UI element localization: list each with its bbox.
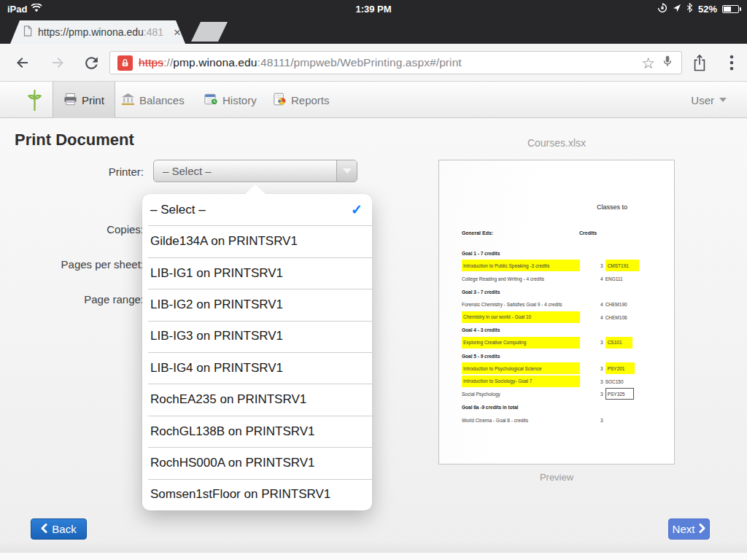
preview-row: Social Psychology3PSY325: [439, 388, 674, 401]
tab-close-icon[interactable]: ×: [174, 26, 181, 39]
printer-option-list: – Select –✓Gilde134A on PRINTSRV1LIB-IG1…: [142, 194, 372, 510]
menu-dots-icon[interactable]: [722, 53, 741, 72]
battery-percent: 52%: [698, 4, 717, 15]
new-tab-button[interactable]: [191, 22, 228, 42]
printer-option[interactable]: Gilde134A on PRINTSRV1: [142, 225, 372, 257]
clock: 1:39 PM: [0, 0, 747, 18]
doc-rows: Goal 1 - 7 creditsIntroduction to Public…: [439, 246, 674, 426]
printer-select-value: – Select –: [154, 165, 336, 177]
insecure-lock-icon[interactable]: [117, 55, 133, 71]
preview-row: Exploring Creative Computing3CS101: [439, 336, 674, 349]
report-chart-icon: [273, 93, 287, 108]
footer-band-bottom: [0, 553, 747, 560]
back-button-label: Back: [52, 523, 76, 535]
address-bar[interactable]: https://pmp.winona.edu:48111/pmpweb/WebP…: [109, 51, 682, 74]
copies-label: Copies:: [0, 223, 144, 236]
preview-caption: Preview: [438, 472, 675, 483]
share-icon[interactable]: [690, 53, 709, 72]
tab-history[interactable]: History: [204, 82, 257, 118]
rotation-lock-icon: [657, 3, 667, 15]
page-icon: [23, 26, 32, 39]
check-icon: ✓: [351, 201, 363, 218]
back-nav-icon[interactable]: [13, 53, 32, 72]
tab-reports-label: Reports: [291, 94, 330, 106]
document-preview: Classes to General Eds: Credits Goal 1 -…: [438, 160, 675, 464]
printer-option[interactable]: LIB-IG1 on PRINTSRV1: [142, 257, 372, 289]
tab-print[interactable]: Print: [53, 82, 115, 118]
doc-col-header-left: General Eds:: [462, 230, 493, 236]
printer-option[interactable]: LIB-IG3 on PRINTSRV1: [142, 321, 372, 352]
tab-title: https://pmp.winona.edu:481: [38, 26, 163, 38]
printer-option[interactable]: LIB-IG4 on PRINTSRV1: [142, 352, 372, 384]
print-icon: [63, 93, 77, 108]
printer-option[interactable]: RochGL138B on PRINTSRV1: [142, 416, 372, 447]
preview-row: Goal 1 - 7 credits: [439, 246, 674, 260]
user-menu-label: User: [691, 94, 714, 106]
preview-row: Introduction to Psychological Science3PS…: [439, 362, 674, 375]
tab-print-label: Print: [82, 94, 104, 106]
preview-filename: Courses.xlsx: [438, 137, 675, 149]
printer-option-label: – Select –: [150, 203, 206, 217]
preview-row: Goal 3 - 7 credits: [439, 285, 674, 298]
user-menu[interactable]: User: [691, 82, 727, 118]
browser-toolbar: https://pmp.winona.edu:48111/pmpweb/WebP…: [0, 44, 747, 82]
chevron-down-icon: [343, 168, 352, 174]
status-bar: iPad 1:39 PM 52%: [0, 0, 747, 18]
printer-option[interactable]: RochEA235 on PRINTSRV1: [142, 384, 372, 415]
printer-option[interactable]: Somsen1stFloor on PRINTSRV1: [142, 479, 372, 510]
back-button[interactable]: Back: [31, 518, 87, 540]
printer-option-label: RochEA235 on PRINTSRV1: [150, 392, 306, 407]
chevron-down-icon: [719, 98, 727, 102]
next-button-label: Next: [673, 523, 695, 535]
preview-row: Goal 6a -9 credits in total: [439, 400, 674, 413]
footer-band: [0, 540, 747, 553]
printer-option-label: LIB-IG3 on PRINTSRV1: [150, 329, 283, 343]
app-nav-bar: Print Balances History Reports User: [0, 82, 747, 118]
browser-tab[interactable]: https://pmp.winona.edu:481 ×: [10, 20, 185, 44]
page-range-label: Page range:: [0, 293, 144, 306]
printer-select[interactable]: – Select –: [153, 160, 357, 182]
preview-row: World Cinema - Goal 8 - credits3: [439, 413, 674, 427]
pages-per-sheet-label: Pages per sheet:: [0, 258, 144, 271]
next-button[interactable]: Next: [668, 518, 710, 540]
calendar-icon: [204, 93, 218, 108]
preview-row: Goal 5 - 9 credits: [439, 349, 674, 362]
printer-option-label: LIB-IG2 on PRINTSRV1: [150, 298, 283, 312]
chevron-left-icon: [41, 523, 47, 535]
printer-option-label: RochHS000A on PRINTSRV1: [150, 456, 315, 470]
preview-row: Introduction to Public Speaking -3 credi…: [439, 260, 674, 273]
printer-option-label: LIB-IG1 on PRINTSRV1: [150, 266, 283, 281]
tab-reports[interactable]: Reports: [273, 82, 330, 118]
ipad-screen: iPad 1:39 PM 52% https://pmp.winona.edu:…: [0, 0, 747, 560]
printer-option[interactable]: LIB-IG2 on PRINTSRV1: [142, 289, 372, 320]
preview-row: College Reading and Writing - 4 credits4…: [439, 272, 674, 285]
printer-label: Printer:: [0, 166, 144, 178]
browser-tab-strip: https://pmp.winona.edu:481 ×: [0, 18, 747, 44]
page-title: Print Document: [15, 131, 134, 149]
printer-option-label: LIB-IG4 on PRINTSRV1: [150, 361, 283, 376]
select-arrow-button[interactable]: [336, 160, 357, 182]
chevron-right-icon: [699, 523, 705, 535]
reload-icon[interactable]: [82, 53, 101, 72]
papercut-logo-icon[interactable]: [25, 89, 44, 114]
printer-option[interactable]: RochHS000A on PRINTSRV1: [142, 447, 372, 478]
preview-row: Introduction to Sociology- Goal 73SOC150: [439, 375, 674, 388]
voice-search-icon[interactable]: [661, 54, 674, 71]
printer-option-label: Somsen1stFloor on PRINTSRV1: [150, 487, 330, 502]
preview-row: Chemistry in our world - Goal 104CHEM106: [439, 311, 674, 324]
tab-history-label: History: [222, 94, 257, 106]
printer-option-label: RochGL138B on PRINTSRV1: [150, 424, 315, 439]
bluetooth-icon: [686, 3, 693, 15]
battery-icon: [722, 5, 741, 13]
printer-option-label: Gilde134A on PRINTSRV1: [150, 234, 298, 249]
doc-col-header-right: Credits: [579, 230, 597, 236]
forward-nav-icon[interactable]: [48, 53, 67, 72]
tab-balances[interactable]: Balances: [121, 82, 185, 118]
preview-row: Goal 4 - 3 credits: [439, 324, 674, 337]
bookmark-star-icon[interactable]: ☆: [641, 55, 655, 71]
printer-option[interactable]: – Select –✓: [142, 194, 372, 225]
bank-icon: [121, 93, 135, 108]
url-text: https://pmp.winona.edu:48111/pmpweb/WebP…: [139, 56, 462, 69]
doc-title: Classes to: [597, 203, 627, 211]
preview-row: Forensic Chemistry - Satisfies Goal 9 - …: [439, 298, 674, 311]
